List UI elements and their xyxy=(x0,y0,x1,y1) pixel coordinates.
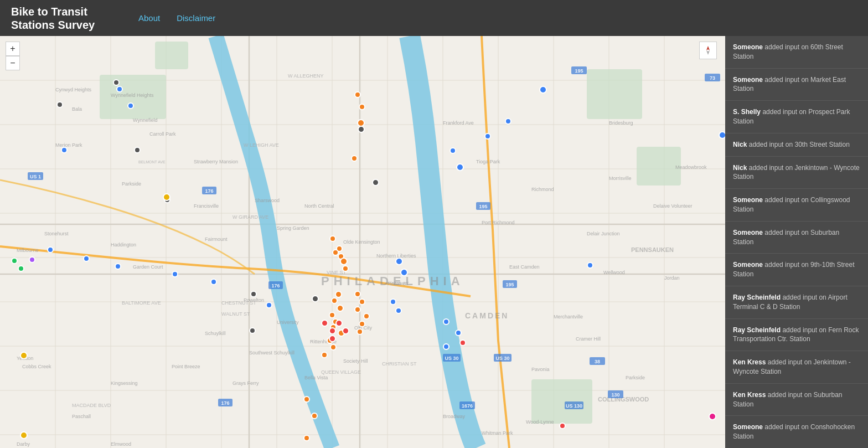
svg-text:US 30: US 30 xyxy=(445,356,458,361)
station-marker[interactable] xyxy=(459,339,466,346)
station-marker[interactable] xyxy=(163,193,170,201)
svg-text:QUEEN VILLAGE: QUEEN VILLAGE xyxy=(321,369,361,375)
zoom-in-button[interactable]: + xyxy=(6,42,20,56)
station-marker[interactable] xyxy=(354,291,361,297)
station-marker[interactable] xyxy=(303,396,310,403)
station-marker[interactable] xyxy=(359,298,365,305)
station-marker[interactable] xyxy=(332,249,339,256)
svg-text:Meadowbrook: Meadowbrook xyxy=(675,164,707,170)
station-marker[interactable] xyxy=(56,101,63,108)
station-marker[interactable] xyxy=(331,297,338,304)
station-marker[interactable] xyxy=(303,435,310,441)
station-marker[interactable] xyxy=(127,102,134,109)
nav-disclaimer[interactable]: Disclaimer xyxy=(177,13,215,23)
compass-button[interactable] xyxy=(699,42,717,59)
svg-text:Merchantville: Merchantville xyxy=(554,314,583,320)
station-marker[interactable] xyxy=(395,258,403,265)
station-marker[interactable] xyxy=(372,179,379,186)
station-marker[interactable] xyxy=(455,329,462,336)
station-marker[interactable] xyxy=(456,163,464,171)
station-marker[interactable] xyxy=(11,258,18,264)
station-marker[interactable] xyxy=(443,343,450,350)
activity-item[interactable]: Ray Scheinfeld added input on Fern Rock … xyxy=(725,319,868,352)
station-marker[interactable] xyxy=(20,431,28,439)
activity-item[interactable]: Nick added input on 30th Street Station xyxy=(725,133,868,157)
station-marker[interactable] xyxy=(719,131,725,139)
station-marker[interactable] xyxy=(390,298,396,305)
zoom-out-button[interactable]: − xyxy=(6,56,20,70)
station-marker[interactable] xyxy=(342,327,349,334)
station-marker[interactable] xyxy=(443,318,450,325)
station-marker[interactable] xyxy=(342,265,349,272)
station-marker[interactable] xyxy=(329,335,336,342)
station-marker[interactable] xyxy=(335,291,342,298)
nav-about[interactable]: About xyxy=(138,13,160,23)
station-marker[interactable] xyxy=(329,327,336,334)
station-marker[interactable] xyxy=(20,352,28,359)
station-marker[interactable] xyxy=(351,155,358,162)
svg-text:Frankford Ave: Frankford Ave xyxy=(443,120,474,126)
activity-item[interactable]: Someone added input on 9th-10th Street S… xyxy=(725,254,868,286)
svg-text:Bridesburg: Bridesburg xyxy=(609,120,633,126)
svg-text:BELMONT AVE: BELMONT AVE xyxy=(138,160,166,164)
station-marker[interactable] xyxy=(354,306,361,313)
station-marker[interactable] xyxy=(539,86,547,94)
activity-item[interactable]: Ray Scheinfeld added input on Airport Te… xyxy=(725,286,868,319)
station-marker[interactable] xyxy=(359,321,365,327)
station-marker[interactable] xyxy=(505,118,512,125)
station-marker[interactable] xyxy=(321,320,328,327)
svg-text:176: 176 xyxy=(271,283,280,289)
station-marker[interactable] xyxy=(210,279,217,285)
station-marker[interactable] xyxy=(356,328,363,335)
station-marker[interactable] xyxy=(359,104,365,110)
station-marker[interactable] xyxy=(266,302,272,308)
station-marker[interactable] xyxy=(340,258,348,265)
station-marker[interactable] xyxy=(335,320,343,327)
station-marker[interactable] xyxy=(172,271,178,277)
station-marker[interactable] xyxy=(249,327,256,334)
station-marker[interactable] xyxy=(354,91,361,98)
station-marker[interactable] xyxy=(484,133,491,140)
svg-text:Kingsessing: Kingsessing xyxy=(111,380,138,386)
station-marker[interactable] xyxy=(400,269,408,276)
station-marker[interactable] xyxy=(83,255,90,262)
station-marker[interactable] xyxy=(116,86,123,92)
station-marker[interactable] xyxy=(311,413,318,419)
map-container[interactable]: PHILADELPHIA CAMDEN PENNSAUKEN COLLINGSW… xyxy=(0,36,725,448)
station-marker[interactable] xyxy=(29,256,35,263)
station-marker[interactable] xyxy=(134,147,141,153)
activity-item[interactable]: Nick added input on Jenkintown - Wyncote… xyxy=(725,157,868,189)
station-marker[interactable] xyxy=(250,291,257,297)
svg-text:195: 195 xyxy=(479,204,487,209)
station-marker[interactable] xyxy=(321,352,328,358)
activity-item[interactable]: Someone added input on Suburban Station xyxy=(725,222,868,254)
station-marker[interactable] xyxy=(559,423,566,429)
svg-text:Wellwood: Wellwood xyxy=(603,270,625,275)
station-marker[interactable] xyxy=(115,263,121,270)
station-marker[interactable] xyxy=(395,307,402,314)
activity-item[interactable]: Ken Kress added input on Suburban Statio… xyxy=(725,384,868,416)
station-marker[interactable] xyxy=(329,235,336,242)
activity-item[interactable]: Someone added input on Market East Stati… xyxy=(725,69,868,101)
activity-item[interactable]: S. Shelly added input on Prospect Park S… xyxy=(725,101,868,133)
svg-text:38: 38 xyxy=(595,359,600,364)
station-marker[interactable] xyxy=(358,126,365,133)
activity-item[interactable]: Someone added input on Conshohocken Stat… xyxy=(725,416,868,448)
station-marker[interactable] xyxy=(329,312,335,318)
activity-item[interactable]: Someone added input on 60th Street Stati… xyxy=(725,36,868,69)
station-marker[interactable] xyxy=(312,295,319,302)
svg-text:1676: 1676 xyxy=(462,403,473,409)
station-marker[interactable] xyxy=(18,265,24,272)
activity-item[interactable]: Ken Kress added input on Jenkintown - Wy… xyxy=(725,351,868,384)
svg-text:North Central: North Central xyxy=(304,203,334,209)
station-marker[interactable] xyxy=(113,79,120,86)
station-marker[interactable] xyxy=(337,305,344,312)
station-marker[interactable] xyxy=(47,246,54,253)
station-marker[interactable] xyxy=(587,262,593,269)
activity-item[interactable]: Someone added input on Collingswood Stat… xyxy=(725,189,868,222)
station-marker[interactable] xyxy=(363,313,370,320)
station-marker[interactable] xyxy=(61,147,68,153)
station-marker[interactable] xyxy=(709,413,716,420)
station-marker[interactable] xyxy=(330,344,337,351)
station-marker[interactable] xyxy=(450,147,456,154)
